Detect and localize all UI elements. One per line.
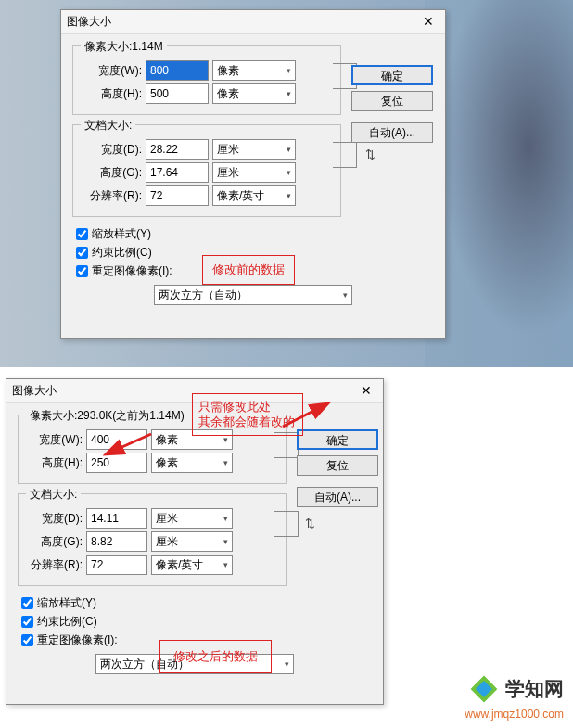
height-h-input[interactable] <box>146 83 209 104</box>
brand-name: 学知网 <box>505 678 564 699</box>
height-g-label: 高度(G): <box>81 165 146 181</box>
auto-button[interactable]: 自动(A)... <box>351 122 433 143</box>
reset-button[interactable]: 复位 <box>351 91 433 111</box>
unit-label: 厘米 <box>217 165 239 181</box>
resolution-input[interactable] <box>86 555 147 575</box>
unit-label: 像素 <box>156 455 178 471</box>
document-size-group: 文档大小: 宽度(D): 厘米▾ 高度(G): 厘米▾ 分辨率(R): 像素/英… <box>18 493 286 586</box>
width-w-input[interactable] <box>146 60 209 81</box>
height-h-label: 高度(H): <box>81 86 146 102</box>
doc-legend: 文档大小: <box>81 118 135 134</box>
doc-legend: 文档大小: <box>26 487 81 503</box>
unit-label: 厘米 <box>156 534 178 550</box>
resolution-label: 分辨率(R): <box>81 188 146 204</box>
width-w-label: 宽度(W): <box>81 63 146 79</box>
chevron-down-icon: ▾ <box>223 537 228 546</box>
width-d-input[interactable] <box>146 139 209 160</box>
close-icon[interactable]: ✕ <box>355 382 377 401</box>
height-g-input[interactable] <box>86 531 147 552</box>
link-bracket <box>333 142 357 168</box>
width-d-input[interactable] <box>86 508 147 529</box>
pixel-legend: 像素大小:1.14M <box>81 39 167 55</box>
width-d-label: 宽度(D): <box>81 142 146 158</box>
logo-icon <box>467 672 501 706</box>
watermark: 学知网 www.jmqz1000.com <box>465 672 564 721</box>
ok-button[interactable]: 确定 <box>351 65 433 85</box>
scale-styles-checkbox[interactable] <box>76 228 88 240</box>
resample-checkbox[interactable] <box>21 634 33 646</box>
unit-label: 像素 <box>217 86 239 102</box>
ok-button[interactable]: 确定 <box>297 429 378 450</box>
constrain-label: 约束比例(C) <box>37 614 97 630</box>
height-h-label: 高度(H): <box>26 455 86 471</box>
resolution-unit-select[interactable]: 像素/英寸▾ <box>212 185 296 206</box>
scale-styles-label: 缩放样式(Y) <box>92 226 151 242</box>
dialog-title: 图像大小 <box>67 14 417 30</box>
scale-styles-label: 缩放样式(Y) <box>37 595 96 611</box>
chevron-down-icon: ▾ <box>223 514 228 523</box>
annotation-after: 修改之后的数据 <box>159 640 272 673</box>
brand-url: www.jmqz1000.com <box>465 708 564 721</box>
chevron-down-icon: ▾ <box>286 145 291 154</box>
pixel-dimensions-group: 像素大小:1.14M 宽度(W): 像素▾ 高度(H): 像素▾ ⇅ 确定 复位… <box>72 45 341 115</box>
chevron-down-icon: ▾ <box>286 89 291 98</box>
image-size-dialog-before: 图像大小 ✕ 像素大小:1.14M 宽度(W): 像素▾ 高度(H): 像素▾ … <box>60 9 446 339</box>
unit-label: 厘米 <box>217 142 239 158</box>
link-icon[interactable]: ⇅ <box>365 147 376 161</box>
resample-label: 重定图像像素(I): <box>92 263 172 279</box>
width-d-unit-select[interactable]: 厘米▾ <box>212 139 296 160</box>
chevron-down-icon: ▾ <box>223 560 228 569</box>
link-icon[interactable]: ⇅ <box>305 517 315 530</box>
resolution-label: 分辨率(R): <box>26 557 86 573</box>
constrain-checkbox[interactable] <box>76 247 88 259</box>
height-g-input[interactable] <box>146 162 209 183</box>
height-g-unit-select[interactable]: 厘米▾ <box>151 531 233 552</box>
scale-styles-checkbox[interactable] <box>21 597 33 609</box>
chevron-down-icon: ▾ <box>286 191 291 200</box>
resolution-input[interactable] <box>146 185 209 206</box>
height-h-unit-select[interactable]: 像素▾ <box>212 83 296 104</box>
chevron-down-icon: ▾ <box>223 435 228 444</box>
width-w-label: 宽度(W): <box>26 432 86 448</box>
unit-label: 厘米 <box>156 511 178 527</box>
close-icon[interactable]: ✕ <box>417 13 439 32</box>
document-size-group: 文档大小: 宽度(D): 厘米▾ 高度(G): 厘米▾ 分辨率(R): 像素/英… <box>72 124 341 217</box>
annotation-before: 修改前的数据 <box>202 255 295 285</box>
width-d-unit-select[interactable]: 厘米▾ <box>151 508 233 529</box>
chevron-down-icon: ▾ <box>343 290 348 300</box>
height-h-unit-select[interactable]: 像素▾ <box>151 453 233 473</box>
constrain-label: 约束比例(C) <box>92 245 152 261</box>
svg-line-3 <box>283 404 326 427</box>
resample-label: 重定图像像素(I): <box>37 632 118 648</box>
svg-line-1 <box>108 434 151 453</box>
unit-label: 像素/英寸 <box>217 188 264 204</box>
arrow-annotation-icon <box>278 399 334 432</box>
resolution-unit-select[interactable]: 像素/英寸▾ <box>151 555 233 575</box>
link-bracket <box>274 511 299 537</box>
resample-method-select[interactable]: 两次立方（自动）▾ <box>154 285 352 305</box>
dialog-title: 图像大小 <box>12 383 355 399</box>
width-w-unit-select[interactable]: 像素▾ <box>212 60 296 81</box>
resample-method-label: 两次立方（自动） <box>159 287 248 303</box>
resample-checkbox[interactable] <box>76 265 88 277</box>
chevron-down-icon: ▾ <box>285 659 289 669</box>
constrain-checkbox[interactable] <box>21 616 33 628</box>
arrow-annotation-icon <box>100 431 156 459</box>
unit-label: 像素 <box>217 63 239 79</box>
chevron-down-icon: ▾ <box>286 66 291 75</box>
auto-button[interactable]: 自动(A)... <box>297 487 378 507</box>
unit-label: 像素 <box>156 432 178 448</box>
unit-label: 像素/英寸 <box>156 557 203 573</box>
width-d-label: 宽度(D): <box>26 511 86 527</box>
reset-button[interactable]: 复位 <box>297 455 378 476</box>
height-g-unit-select[interactable]: 厘米▾ <box>212 162 296 183</box>
titlebar: 图像大小 ✕ <box>61 10 445 34</box>
pixel-legend: 像素大小:293.0K(之前为1.14M) <box>26 408 188 424</box>
chevron-down-icon: ▾ <box>286 168 291 177</box>
link-bracket <box>274 432 299 458</box>
height-g-label: 高度(G): <box>26 534 86 550</box>
chevron-down-icon: ▾ <box>223 458 228 467</box>
